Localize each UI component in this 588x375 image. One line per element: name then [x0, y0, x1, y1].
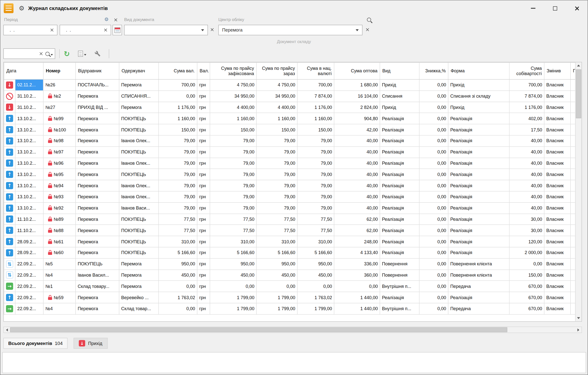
- doc-type-icon-cell[interactable]: ↑: [4, 292, 15, 303]
- cell-sum_nat[interactable]: 1 176,00: [297, 102, 334, 113]
- cell-receiver[interactable]: ПОКУПЕЦЬ: [119, 113, 158, 124]
- cell-cur[interactable]: грн: [197, 247, 210, 258]
- cell-changed[interactable]: Власник: [544, 247, 570, 258]
- cell-discount[interactable]: 0,00: [419, 303, 448, 314]
- cell-cur[interactable]: грн: [197, 113, 210, 124]
- cell-receiver[interactable]: Перемога: [119, 258, 158, 270]
- cell-cur[interactable]: грн: [197, 79, 210, 91]
- cell-price_fixed[interactable]: 79,00: [210, 158, 256, 169]
- refresh-icon[interactable]: ↻: [64, 50, 70, 57]
- cell-discount[interactable]: 0,00: [419, 169, 448, 180]
- cell-cost[interactable]: 40,00: [509, 169, 544, 180]
- cell-changed[interactable]: Власник: [544, 270, 570, 281]
- minimize-button[interactable]: [522, 0, 544, 16]
- doc-type-icon-cell[interactable]: ↑: [4, 214, 15, 225]
- wrench-icon[interactable]: [95, 51, 101, 57]
- cell-form[interactable]: Реалізація: [448, 225, 509, 236]
- cell-num[interactable]: №98: [43, 135, 76, 147]
- cell-price_fixed[interactable]: 950,00: [210, 258, 256, 270]
- doc-type-clear-icon[interactable]: [210, 28, 214, 32]
- calendar-button[interactable]: [113, 25, 122, 35]
- doc-type-icon-cell[interactable]: ↑: [4, 135, 15, 147]
- cell-price_now[interactable]: 1 160,00: [256, 113, 297, 124]
- date-to-input[interactable]: . .: [60, 25, 111, 35]
- table-row[interactable]: ↑13.10.2...№95ПеремогаПОКУПЕЦЬ79,00грн79…: [4, 169, 576, 180]
- gear-icon[interactable]: ⚙: [19, 5, 25, 11]
- cell-changed[interactable]: Власник: [544, 169, 570, 180]
- center-combobox[interactable]: Перемога: [218, 25, 363, 35]
- cell-sum_cur[interactable]: 1 176,00: [159, 102, 197, 113]
- cell-form[interactable]: Реалізація: [448, 180, 509, 191]
- cell-price_now[interactable]: 5 166,60: [256, 247, 297, 258]
- cell-form[interactable]: Реалізація: [448, 124, 509, 135]
- cell-date[interactable]: 13.10.2...: [15, 158, 43, 169]
- cell-discount[interactable]: 0,00: [419, 79, 448, 91]
- cell-cost[interactable]: 670,00: [509, 292, 544, 303]
- cell-form[interactable]: Повернення клієнта: [448, 258, 509, 270]
- period-clear-icon[interactable]: [114, 18, 118, 22]
- cell-cost[interactable]: 40,00: [509, 203, 544, 214]
- cell-changed[interactable]: Власник: [544, 225, 570, 236]
- cell-discount[interactable]: 0,00: [419, 236, 448, 247]
- cell-form[interactable]: Реалізація: [448, 292, 509, 303]
- cell-sum_cur[interactable]: 450,00: [159, 270, 197, 281]
- doc-type-icon-cell[interactable]: →: [4, 303, 15, 314]
- cell-sum_nat[interactable]: 79,00: [297, 146, 334, 158]
- cell-form[interactable]: Прихід: [448, 79, 509, 91]
- cell-cost[interactable]: 30,00: [509, 225, 544, 236]
- cell-discount[interactable]: 0,00: [419, 214, 448, 225]
- cell-sum_opt[interactable]: 62,00: [334, 214, 380, 225]
- chevron-down-icon[interactable]: [201, 29, 204, 31]
- cell-changed[interactable]: Власник: [544, 113, 570, 124]
- cell-sum_opt[interactable]: 2 824,00: [334, 102, 380, 113]
- doc-type-icon-cell[interactable]: ↑: [4, 191, 15, 203]
- cell-sender[interactable]: Перемога: [76, 292, 119, 303]
- cell-sender[interactable]: Перемога: [76, 124, 119, 135]
- table-row[interactable]: ↑13.10.2...№100ПеремогаПОКУПЕЦЬ150,00грн…: [4, 124, 576, 135]
- cell-form[interactable]: Передача: [448, 303, 509, 314]
- cell-discount[interactable]: 0,00: [419, 281, 448, 292]
- scroll-down-button[interactable]: [575, 315, 581, 321]
- cell-price_now[interactable]: 1 799,00: [256, 292, 297, 303]
- cell-kind[interactable]: Реалізація: [380, 214, 419, 225]
- cell-num[interactable]: №59: [43, 292, 76, 303]
- cell-discount[interactable]: 0,00: [419, 247, 448, 258]
- cell-sum_nat[interactable]: 450,00: [297, 270, 334, 281]
- cell-form[interactable]: Реалізація: [448, 158, 509, 169]
- cell-kind[interactable]: Реалізація: [380, 158, 419, 169]
- cell-form[interactable]: Реалізація: [448, 247, 509, 258]
- cell-price_now[interactable]: 79,00: [256, 169, 297, 180]
- cell-form[interactable]: Реалізація: [448, 214, 509, 225]
- cell-changed[interactable]: Власник: [544, 303, 570, 314]
- cell-sum_nat[interactable]: 5 166,60: [297, 247, 334, 258]
- cell-discount[interactable]: 0,00: [419, 292, 448, 303]
- vertical-scrollbar-thumb[interactable]: [576, 69, 581, 118]
- cell-cur[interactable]: грн: [197, 146, 210, 158]
- cell-sum_opt[interactable]: 16 104,00: [334, 91, 380, 102]
- cell-receiver[interactable]: Склад товар...: [119, 303, 158, 314]
- cell-kind[interactable]: Прихід: [380, 79, 419, 91]
- doc-type-icon-cell[interactable]: ↑: [4, 146, 15, 158]
- cell-cost[interactable]: 40,00: [509, 180, 544, 191]
- cell-date[interactable]: 13.10.2...: [15, 113, 43, 124]
- doc-type-icon-cell[interactable]: ↑: [4, 225, 15, 236]
- doc-type-icon-cell[interactable]: ↑: [4, 158, 15, 169]
- cell-discount[interactable]: 0,00: [419, 180, 448, 191]
- cell-price_now[interactable]: 79,00: [256, 191, 297, 203]
- cell-price_fixed[interactable]: 79,00: [210, 169, 256, 180]
- cell-num[interactable]: №92: [43, 203, 76, 214]
- table-row[interactable]: ↑11.10.2...№89ПеремогаПОКУПЕЦЬ77,50грн77…: [4, 214, 576, 225]
- cell-num[interactable]: №1: [43, 281, 76, 292]
- doc-type-icon-cell[interactable]: ⇅: [4, 270, 15, 281]
- cell-sender[interactable]: Перемога: [76, 146, 119, 158]
- cell-sum_opt[interactable]: 42,00: [334, 124, 380, 135]
- cell-form[interactable]: Реалізація: [448, 191, 509, 203]
- cell-sum_opt[interactable]: 1 440,00: [334, 292, 380, 303]
- table-row[interactable]: ↑13.10.2...№99ПеремогаПОКУПЕЦЬ1 160,00гр…: [4, 113, 576, 124]
- cell-kind[interactable]: Реалізація: [380, 135, 419, 147]
- cell-sum_opt[interactable]: 40,00: [334, 169, 380, 180]
- scroll-up-button[interactable]: [575, 62, 581, 69]
- cell-form[interactable]: Повернення клієнта: [448, 270, 509, 281]
- table-row[interactable]: ⇅22.09.2...№4Іванов Васил...Перемога450,…: [4, 270, 576, 281]
- cell-sum_cur[interactable]: 79,00: [159, 158, 197, 169]
